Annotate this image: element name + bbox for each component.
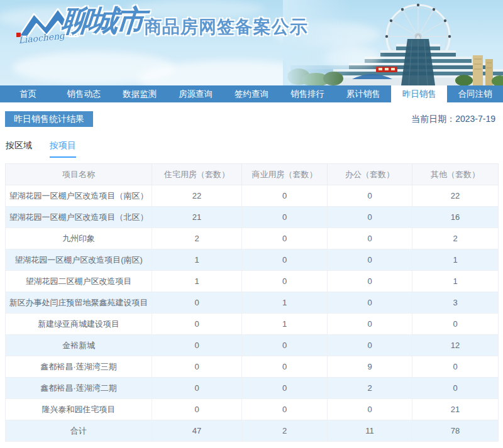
value-cell: 0 <box>328 249 412 271</box>
value-cell: 0 <box>152 335 242 356</box>
value-cell: 0 <box>152 356 242 378</box>
current-date: 当前日期：2023-7-19 <box>411 114 498 125</box>
value-cell: 0 <box>328 185 412 207</box>
value-cell: 0 <box>328 314 412 335</box>
value-cell: 22 <box>412 185 499 207</box>
value-cell: 0 <box>412 314 499 335</box>
column-header-2: 商业用房（套数） <box>242 164 328 185</box>
table-row: 隆兴泰和园住宅项目00021 <box>6 399 499 420</box>
nav-item-0[interactable]: 首页 <box>0 85 56 102</box>
value-cell: 2 <box>152 228 242 249</box>
project-name-cell: 新建绿亚商城建设项目 <box>6 314 152 335</box>
value-cell: 21 <box>152 207 242 228</box>
nav-item-4[interactable]: 签约查询 <box>224 85 280 102</box>
value-cell: 0 <box>242 228 328 249</box>
value-cell: 3 <box>412 292 499 314</box>
section-title-badge: 昨日销售统计结果 <box>5 111 93 127</box>
project-name-cell: 金裕新城 <box>6 335 152 356</box>
title-row: 昨日销售统计结果 当前日期：2023-7-19 <box>5 111 498 127</box>
nav-item-2[interactable]: 数据监测 <box>112 85 168 102</box>
value-cell: 0 <box>328 335 412 356</box>
project-name-cell: 隆兴泰和园住宅项目 <box>6 399 152 420</box>
project-name-cell: 新区办事处闫庄预留地聚鑫苑建设项目 <box>6 292 152 314</box>
value-cell: 0 <box>242 378 328 399</box>
table-row: 新区办事处闫庄预留地聚鑫苑建设项目0103 <box>6 292 499 314</box>
main-nav: 首页销售动态数据监测房源查询签约查询销售排行累计销售昨日销售合同注销 <box>0 85 503 102</box>
table-row: 望湖花园一区棚户区改造项目（南区）220022 <box>6 185 499 207</box>
content-area: 昨日销售统计结果 当前日期：2023-7-19 按区域按项目 项目名称住宅用房（… <box>0 111 503 442</box>
value-cell: 0 <box>412 356 499 378</box>
value-cell: 0 <box>242 185 328 207</box>
value-cell: 0 <box>152 292 242 314</box>
value-cell: 0 <box>242 207 328 228</box>
value-cell: 0 <box>242 271 328 292</box>
column-header-4: 其他（套数） <box>412 164 499 185</box>
view-tabs: 按区域按项目 <box>5 140 498 158</box>
table-row: 鑫都裕昌·莲湖湾三期0090 <box>6 356 499 378</box>
project-name-cell: 鑫都裕昌·莲湖湾三期 <box>6 356 152 378</box>
page: Liaocheng 聊城市 商品房网签备案公示 首页销售动态数据监测房源查询签约… <box>0 0 503 448</box>
value-cell: 0 <box>328 271 412 292</box>
table-row: 望湖花园一区棚户区改造项目（北区）210016 <box>6 207 499 228</box>
value-cell: 21 <box>412 399 499 420</box>
tab-item-1[interactable]: 按项目 <box>50 140 76 158</box>
table-row: 望湖花园一区棚户区改造项目(南区)1001 <box>6 249 499 271</box>
current-date-label: 当前日期： <box>411 114 455 124</box>
value-cell: 9 <box>328 356 412 378</box>
nav-item-6[interactable]: 累计销售 <box>335 85 391 102</box>
value-cell: 0 <box>152 378 242 399</box>
project-name-cell: 合计 <box>6 420 152 442</box>
table-row: 新建绿亚商城建设项目0100 <box>6 314 499 335</box>
value-cell: 0 <box>242 356 328 378</box>
banner: Liaocheng 聊城市 商品房网签备案公示 <box>0 0 503 85</box>
value-cell: 78 <box>412 420 499 442</box>
value-cell: 2 <box>328 378 412 399</box>
value-cell: 0 <box>328 292 412 314</box>
table-header-row: 项目名称住宅用房（套数）商业用房（套数）办公（套数）其他（套数） <box>6 164 499 185</box>
value-cell: 1 <box>242 292 328 314</box>
project-name-cell: 望湖花园一区棚户区改造项目(南区) <box>6 249 152 271</box>
value-cell: 1 <box>152 249 242 271</box>
value-cell: 0 <box>328 399 412 420</box>
table-row: 金裕新城00012 <box>6 335 499 356</box>
value-cell: 16 <box>412 207 499 228</box>
value-cell: 22 <box>152 185 242 207</box>
project-name-cell: 鑫都裕昌·莲湖湾二期 <box>6 378 152 399</box>
nav-item-8[interactable]: 合同注销 <box>447 85 503 102</box>
table-row: 鑫都裕昌·莲湖湾二期0020 <box>6 378 499 399</box>
value-cell: 0 <box>328 228 412 249</box>
value-cell: 0 <box>152 314 242 335</box>
value-cell: 0 <box>242 335 328 356</box>
value-cell: 1 <box>412 249 499 271</box>
value-cell: 0 <box>152 399 242 420</box>
banner-title: 商品房网签备案公示 <box>144 15 308 39</box>
current-date-value: 2023-7-19 <box>455 114 495 124</box>
project-name-cell: 九州印象 <box>6 228 152 249</box>
nav-item-5[interactable]: 销售排行 <box>279 85 335 102</box>
value-cell: 1 <box>242 314 328 335</box>
value-cell: 2 <box>412 228 499 249</box>
project-name-cell: 望湖花园一区棚户区改造项目（北区） <box>6 207 152 228</box>
nav-item-1[interactable]: 销售动态 <box>56 85 112 102</box>
column-header-0: 项目名称 <box>6 164 152 185</box>
table-row: 望湖花园二区棚户区改造项目1001 <box>6 271 499 292</box>
table-row-total: 合计4721178 <box>6 420 499 442</box>
value-cell: 2 <box>242 420 328 442</box>
value-cell: 0 <box>242 399 328 420</box>
value-cell: 12 <box>412 335 499 356</box>
column-header-1: 住宅用房（套数） <box>152 164 242 185</box>
nav-item-7[interactable]: 昨日销售 <box>391 85 447 102</box>
value-cell: 0 <box>412 378 499 399</box>
value-cell: 0 <box>242 249 328 271</box>
sales-table: 项目名称住宅用房（套数）商业用房（套数）办公（套数）其他（套数） 望湖花园一区棚… <box>5 163 499 442</box>
value-cell: 1 <box>152 271 242 292</box>
value-cell: 1 <box>412 271 499 292</box>
table-row: 九州印象2002 <box>6 228 499 249</box>
nav-item-3[interactable]: 房源查询 <box>168 85 224 102</box>
value-cell: 0 <box>328 207 412 228</box>
project-name-cell: 望湖花园一区棚户区改造项目（南区） <box>6 185 152 207</box>
value-cell: 47 <box>152 420 242 442</box>
column-header-3: 办公（套数） <box>328 164 412 185</box>
tab-item-0[interactable]: 按区域 <box>6 140 32 158</box>
project-name-cell: 望湖花园二区棚户区改造项目 <box>6 271 152 292</box>
